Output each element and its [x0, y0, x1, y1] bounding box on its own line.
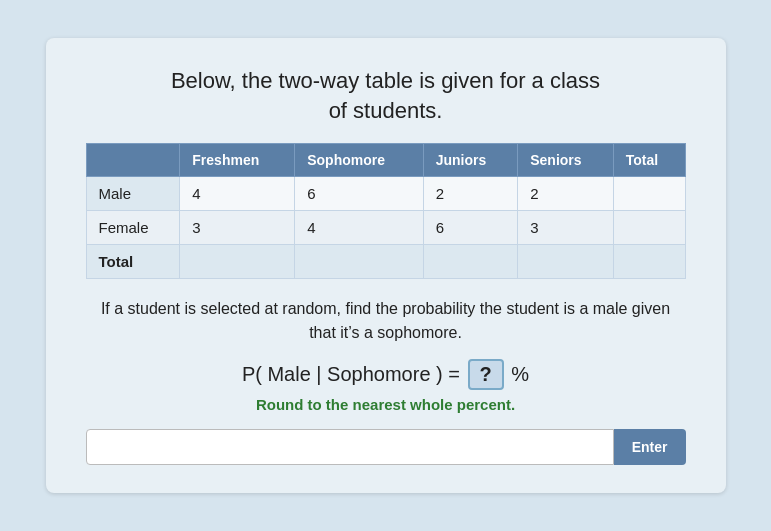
col-header-juniors: Juniors — [423, 144, 517, 177]
main-card: Below, the two-way table is given for a … — [46, 38, 726, 493]
col-header-sophomore: Sophomore — [295, 144, 424, 177]
enter-button[interactable]: Enter — [614, 429, 686, 465]
row-label-female: Female — [86, 211, 180, 245]
cell-male-sophomore: 6 — [295, 177, 424, 211]
probability-line: P( Male | Sophomore ) = ? % — [86, 359, 686, 390]
cell-female-juniors: 6 — [423, 211, 517, 245]
table-row-female: Female 3 4 6 3 — [86, 211, 685, 245]
input-row: Enter — [86, 429, 686, 465]
col-header-freshmen: Freshmen — [180, 144, 295, 177]
round-note: Round to the nearest whole percent. — [86, 396, 686, 413]
probability-label: P( Male | Sophomore ) = — [242, 363, 460, 385]
cell-total-juniors — [423, 245, 517, 279]
percent-sign: % — [511, 363, 529, 385]
question-text: If a student is selected at random, find… — [86, 297, 686, 345]
cell-total-sophomore — [295, 245, 424, 279]
row-label-total: Total — [86, 245, 180, 279]
cell-total-seniors — [518, 245, 613, 279]
two-way-table: Freshmen Sophomore Juniors Seniors Total… — [86, 143, 686, 279]
cell-female-freshmen: 3 — [180, 211, 295, 245]
probability-box: ? — [468, 359, 504, 390]
table-row-total: Total — [86, 245, 685, 279]
col-header-empty — [86, 144, 180, 177]
cell-male-juniors: 2 — [423, 177, 517, 211]
row-label-male: Male — [86, 177, 180, 211]
table-wrapper: Freshmen Sophomore Juniors Seniors Total… — [86, 143, 686, 279]
cell-female-sophomore: 4 — [295, 211, 424, 245]
col-header-seniors: Seniors — [518, 144, 613, 177]
cell-male-seniors: 2 — [518, 177, 613, 211]
cell-total-total — [613, 245, 685, 279]
answer-input[interactable] — [86, 429, 614, 465]
cell-total-freshmen — [180, 245, 295, 279]
cell-female-seniors: 3 — [518, 211, 613, 245]
cell-male-total — [613, 177, 685, 211]
main-title: Below, the two-way table is given for a … — [86, 66, 686, 125]
cell-male-freshmen: 4 — [180, 177, 295, 211]
col-header-total: Total — [613, 144, 685, 177]
table-row-male: Male 4 6 2 2 — [86, 177, 685, 211]
cell-female-total — [613, 211, 685, 245]
